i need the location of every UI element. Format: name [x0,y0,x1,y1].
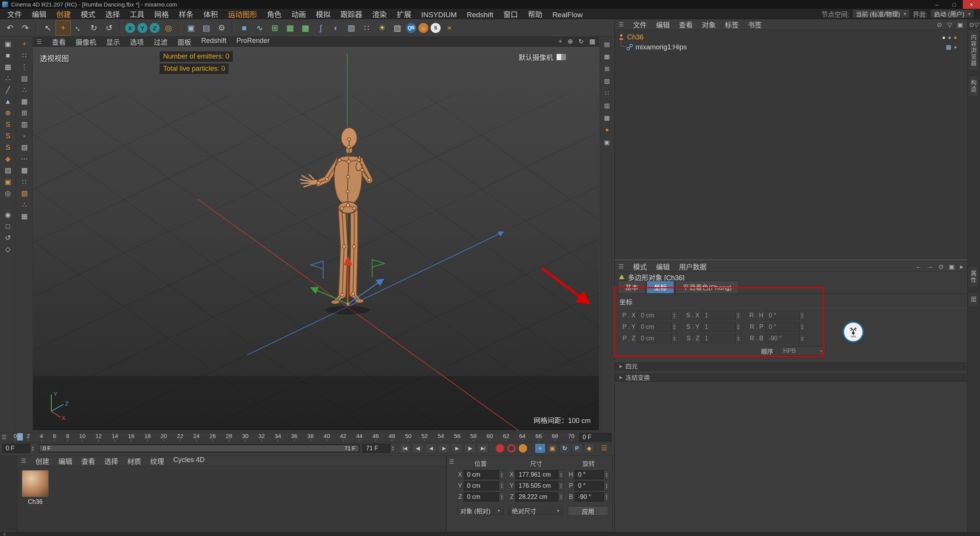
rotation-b-field[interactable]: -90 ° [575,492,609,502]
search-icon[interactable]: ⊙ [938,263,943,270]
coordinate-system-button[interactable]: ◎ [161,20,176,36]
spline-tool-icon[interactable]: S [2,130,15,142]
menu-item[interactable]: 创建 [51,11,76,19]
panel-menu-icon[interactable] [2,434,7,441]
key-scale-toggle[interactable]: ▣ [547,443,558,453]
rotation-field[interactable]: 0 ° [765,311,805,320]
icon-palette-item[interactable]: ▨ [18,188,31,199]
panel-menu-icon[interactable] [21,458,26,464]
layout-icon[interactable]: ∷ [602,88,612,98]
collapsed-section[interactable]: 四元 [615,361,967,371]
material-menu-item[interactable]: 创建 [35,456,49,466]
insydium-plugin-button[interactable]: S [431,23,441,33]
spinner[interactable] [604,492,609,502]
menu-item[interactable]: Redshift [462,11,498,19]
live-selection-tool[interactable]: ↖ [40,20,56,36]
size-z-field[interactable]: 28.222 cm [515,492,564,502]
size-x-field[interactable]: 177.961 cm [515,470,564,479]
polygon-selection-icon[interactable]: ◇ [2,243,15,255]
spinner[interactable] [604,470,609,479]
position-z-field[interactable]: 0 cm [464,492,505,502]
timeline-menu-icon[interactable] [598,444,611,452]
previous-key-button[interactable]: ◀| [412,443,424,453]
object-manager-menu-item[interactable]: 对象 [702,20,715,29]
viewport-pan-icon[interactable]: + [559,38,562,46]
icon-palette-item[interactable]: ∷ [18,50,31,61]
toolbar-icon[interactable] [178,21,181,34]
viewport-zoom-icon[interactable]: ⊕ [567,38,573,46]
status-menu-icon[interactable] [3,533,6,536]
key-pla-toggle[interactable]: ◆ [584,443,595,453]
dock-tab[interactable]: 属性 [968,266,979,288]
menu-item[interactable]: 模式 [76,11,100,19]
keying-settings-button[interactable] [519,444,527,453]
toolbar-icon[interactable] [231,21,235,34]
search-icon[interactable]: ⊙ [937,21,942,28]
attribute-menu-item[interactable]: 用户数据 [679,261,706,271]
lock-z-axis-button[interactable]: Z [150,23,160,33]
spinner[interactable] [735,334,741,343]
icon-palette-item[interactable]: + [18,38,31,50]
icon-palette-item[interactable]: ⋮ [18,61,31,73]
go-to-end-button[interactable]: ▶| [477,443,489,453]
model-mode-icon[interactable]: ■ [2,50,15,61]
spinner[interactable] [558,470,564,479]
key-parameter-toggle[interactable]: P [572,443,582,453]
spline-tool-icon[interactable]: S [2,142,15,153]
position-field[interactable]: 0 cm [637,311,677,320]
lock-x-axis-button[interactable]: X [125,23,135,33]
lock-icon[interactable]: ▣ [949,263,955,270]
spinner[interactable] [799,311,805,320]
icon-palette-item[interactable]: ▧ [18,142,31,153]
minimize-button[interactable]: – [928,0,946,9]
spinner[interactable] [499,481,505,490]
play-button[interactable]: ▶ [438,443,450,453]
toolbar-icon[interactable] [35,21,38,34]
collapsed-section[interactable]: 冻结变换 [615,373,967,382]
make-editable-icon[interactable]: ▣ [2,38,15,50]
icon-palette-item[interactable]: ⋯ [18,153,31,165]
icon-palette-item[interactable]: ◦ [18,130,31,142]
viewport-menu-item[interactable]: ProRender [237,37,270,47]
menu-item[interactable]: 编辑 [27,11,51,19]
layout-icon[interactable]: ▥ [602,100,612,110]
viewport-menu-item[interactable]: 过滤 [154,37,167,47]
icon-palette-item[interactable]: ▩ [18,165,31,176]
icon-palette-item[interactable]: ▦ [18,96,31,107]
menu-item[interactable]: 扩展 [392,11,416,19]
quantize-icon[interactable]: ▣ [2,176,15,188]
spinner[interactable] [735,322,741,332]
dock-tab[interactable]: 层 [968,292,979,307]
texture-mode-icon[interactable]: ▦ [2,61,15,73]
back-icon[interactable]: ← [915,263,921,270]
deformer-button[interactable]: ∫ [313,20,328,36]
viewport-menu-item[interactable]: 显示 [106,37,120,47]
position-field[interactable]: 0 cm [637,334,677,343]
material-menu-item[interactable]: 查看 [81,456,95,466]
viewport-menu-item[interactable]: 查看 [52,37,65,47]
redshift-plugin-button[interactable]: ○ [418,23,428,33]
material-item[interactable]: Ch36 [22,470,49,505]
viewport-toggle-icon[interactable]: ▦ [589,38,595,46]
tag-icon[interactable]: ● [948,34,951,41]
mograph-cloner-button[interactable]: ⊞ [267,20,283,36]
menu-item[interactable]: 工具 [125,11,149,19]
menu-item[interactable]: 文件 [2,11,27,19]
menu-item[interactable]: 窗口 [498,11,523,19]
spinner[interactable] [671,311,677,320]
node-space-dropdown[interactable]: 当前 (标准/物理) [853,10,910,18]
rotation-field[interactable]: -90 ° [765,334,805,343]
position-field[interactable]: 0 cm [637,322,677,332]
menu-item[interactable]: 跟踪器 [335,11,367,19]
redo-button[interactable]: ↷ [18,20,33,36]
dock-tab[interactable]: 构造 [968,75,979,97]
camera-toggle-icon[interactable]: ● [602,125,612,135]
dock-splitter[interactable] [615,259,967,261]
toolbar-icon[interactable] [119,21,122,34]
material-thumbnail[interactable] [22,470,49,497]
go-to-start-button[interactable]: |◀ [399,443,411,453]
icon-palette-item[interactable]: ∴ [18,84,31,96]
scale-field[interactable]: 1 [701,322,741,332]
spline-pen-button[interactable]: ∿ [252,20,267,36]
last-used-tool[interactable]: ↺ [101,20,117,36]
